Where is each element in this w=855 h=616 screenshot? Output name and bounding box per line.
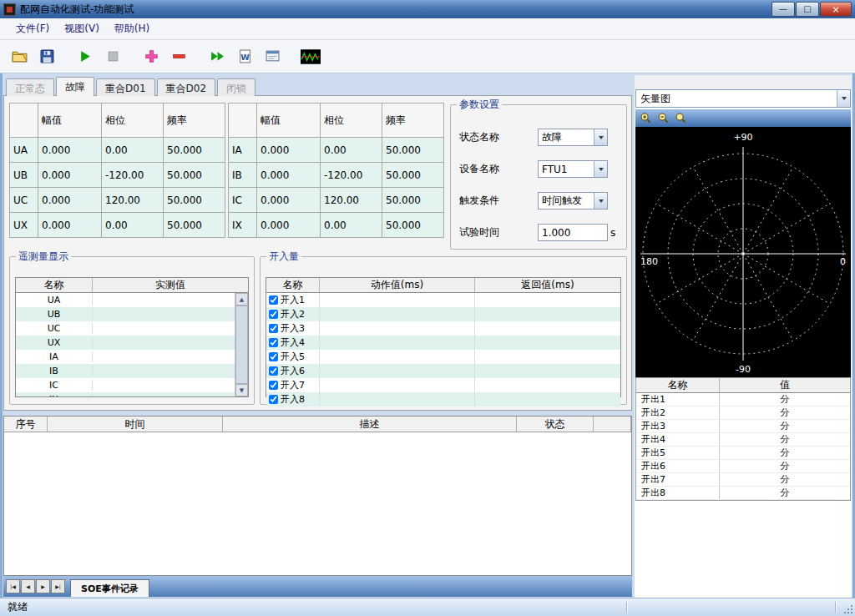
return-value-cell[interactable] <box>475 293 620 307</box>
table-header-row: 序号 时间 描述 状态 <box>4 417 631 432</box>
menu-view[interactable]: 视图(V) <box>57 18 107 39</box>
action-value-cell[interactable] <box>320 336 475 350</box>
phase-cell[interactable]: -120.00 <box>321 163 382 188</box>
return-value-cell[interactable] <box>475 350 620 364</box>
last-tab-icon[interactable]: ▶| <box>51 579 65 593</box>
tab-lockout[interactable]: 闭锁 <box>217 78 255 96</box>
phase-cell[interactable]: 0.00 <box>321 138 382 163</box>
input-checkbox[interactable] <box>269 295 278 305</box>
amplitude-cell[interactable]: 0.000 <box>257 213 321 238</box>
amplitude-cell[interactable]: 0.000 <box>257 138 321 163</box>
report-view-button[interactable] <box>261 46 283 68</box>
action-value-cell[interactable] <box>320 392 475 406</box>
input-checkbox[interactable] <box>269 310 278 319</box>
zoom-in-icon[interactable] <box>639 111 653 125</box>
frequency-cell[interactable]: 50.000 <box>382 188 444 213</box>
first-tab-icon[interactable]: |◀ <box>6 579 20 593</box>
chevron-down-icon[interactable] <box>594 161 607 177</box>
minimize-button[interactable]: — <box>772 2 795 17</box>
frequency-cell[interactable]: 50.000 <box>382 163 444 188</box>
zoom-out-icon[interactable] <box>656 111 670 125</box>
action-value-cell[interactable] <box>320 378 475 392</box>
phase-cell[interactable]: -120.00 <box>102 163 164 188</box>
channel-name: IX <box>229 213 257 238</box>
scroll-up-icon[interactable]: ▲ <box>235 293 248 305</box>
resize-grip[interactable] <box>842 603 853 614</box>
action-value-cell[interactable] <box>320 350 475 364</box>
amplitude-cell[interactable]: 0.000 <box>38 138 102 163</box>
amplitude-cell[interactable]: 0.000 <box>257 188 321 213</box>
amplitude-cell[interactable]: 0.000 <box>257 163 321 188</box>
return-value-cell[interactable] <box>475 392 620 406</box>
tab-reclose-d01[interactable]: 重合D01 <box>96 78 155 96</box>
run-button[interactable] <box>74 46 96 68</box>
menu-file[interactable]: 文件(F) <box>8 18 57 39</box>
channel-name: UX <box>10 213 38 238</box>
action-value-cell[interactable] <box>320 364 475 378</box>
action-value-cell[interactable] <box>320 307 475 321</box>
param-row: 设备名称 FTU1 <box>459 160 621 178</box>
return-value-cell[interactable] <box>475 336 620 350</box>
status-bar: 就绪 <box>0 598 855 616</box>
chevron-down-icon[interactable] <box>594 129 607 145</box>
input-checkbox[interactable] <box>269 338 278 347</box>
device-name-select[interactable]: FTU1 <box>538 160 608 178</box>
remove-state-button[interactable] <box>168 46 190 68</box>
open-file-button[interactable] <box>8 46 30 68</box>
state-name-select[interactable]: 故障 <box>538 129 608 146</box>
table-header-row: 幅值 相位 频率 <box>10 104 225 138</box>
frequency-cell[interactable]: 50.000 <box>164 138 225 163</box>
action-value-cell[interactable] <box>320 293 475 307</box>
scroll-down-icon[interactable]: ▼ <box>235 384 248 396</box>
run-all-button[interactable] <box>206 46 228 68</box>
frequency-cell[interactable]: 50.000 <box>382 138 444 163</box>
chevron-down-icon[interactable] <box>594 193 607 209</box>
stop-button[interactable] <box>102 46 124 68</box>
word-report-button[interactable]: W <box>234 46 255 68</box>
amplitude-cell[interactable]: 0.000 <box>38 163 102 188</box>
tab-fault[interactable]: 故障 <box>56 77 94 96</box>
return-value-cell[interactable] <box>475 321 620 336</box>
view-selector[interactable]: 矢量图 <box>635 89 851 108</box>
tab-normal-state[interactable]: 正常态 <box>6 78 54 96</box>
phase-cell[interactable]: 120.00 <box>102 188 164 213</box>
prev-tab-icon[interactable]: ◀ <box>21 579 35 593</box>
filler-header <box>594 417 631 432</box>
scrollbar-thumb[interactable] <box>235 305 248 384</box>
return-value-cell[interactable] <box>475 364 620 378</box>
input-checkbox[interactable] <box>269 366 278 376</box>
add-state-button[interactable] <box>140 46 162 68</box>
next-tab-icon[interactable]: ▶ <box>36 579 50 593</box>
input-name: 开入3 <box>281 322 305 335</box>
input-checkbox[interactable] <box>269 395 278 404</box>
phase-cell[interactable]: 120.00 <box>321 188 382 213</box>
input-checkbox[interactable] <box>269 324 278 333</box>
waveform-view-button[interactable] <box>300 46 321 68</box>
test-time-input[interactable] <box>538 224 608 241</box>
amplitude-cell[interactable]: 0.000 <box>38 188 102 213</box>
frequency-cell[interactable]: 50.000 <box>164 213 225 238</box>
frequency-cell[interactable]: 50.000 <box>164 188 225 213</box>
input-checkbox[interactable] <box>269 381 278 390</box>
tab-soe-events[interactable]: SOE事件记录 <box>70 579 149 597</box>
chevron-down-icon[interactable] <box>837 90 850 107</box>
frequency-header: 频率 <box>164 104 225 138</box>
action-value-cell[interactable] <box>320 321 475 336</box>
menu-help[interactable]: 帮助(H) <box>107 18 157 39</box>
telemetry-scrollbar[interactable]: ▲ ▼ <box>235 293 248 396</box>
return-value-cell[interactable] <box>475 307 620 321</box>
amplitude-cell[interactable]: 0.000 <box>38 213 102 238</box>
maximize-button[interactable]: □ <box>796 2 819 17</box>
phase-cell[interactable]: 0.00 <box>102 213 164 238</box>
zoom-reset-icon[interactable] <box>674 111 688 125</box>
save-button[interactable] <box>36 46 58 68</box>
tab-reclose-d02[interactable]: 重合D02 <box>157 78 216 96</box>
phase-cell[interactable]: 0.00 <box>321 213 382 238</box>
phase-cell[interactable]: 0.00 <box>102 138 164 163</box>
frequency-cell[interactable]: 50.000 <box>382 213 444 238</box>
frequency-cell[interactable]: 50.000 <box>164 163 225 188</box>
return-value-cell[interactable] <box>475 378 620 392</box>
trigger-condition-select[interactable]: 时间触发 <box>538 192 608 210</box>
close-button[interactable]: × <box>820 2 852 17</box>
input-checkbox[interactable] <box>269 352 278 361</box>
